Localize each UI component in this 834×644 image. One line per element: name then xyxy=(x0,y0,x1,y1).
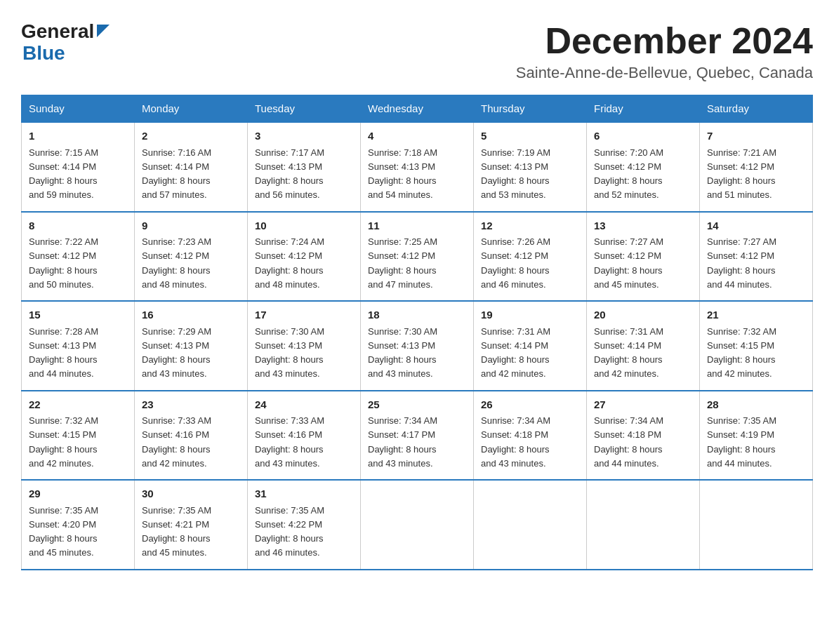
day-number: 18 xyxy=(368,307,466,323)
day-info: Sunrise: 7:19 AMSunset: 4:13 PMDaylight:… xyxy=(481,147,550,201)
day-number: 7 xyxy=(707,128,805,145)
title-section: December 2024 Sainte-Anne-de-Bellevue, Q… xyxy=(516,21,813,82)
calendar-cell: 3 Sunrise: 7:17 AMSunset: 4:13 PMDayligh… xyxy=(248,122,361,212)
location-title: Sainte-Anne-de-Bellevue, Quebec, Canada xyxy=(516,64,813,82)
day-info: Sunrise: 7:22 AMSunset: 4:12 PMDaylight:… xyxy=(29,236,98,290)
calendar-cell: 11 Sunrise: 7:25 AMSunset: 4:12 PMDaylig… xyxy=(361,212,474,302)
day-number: 8 xyxy=(29,218,127,234)
weekday-header-thursday: Thursday xyxy=(474,95,587,123)
day-number: 1 xyxy=(29,128,127,145)
calendar-cell: 16 Sunrise: 7:29 AMSunset: 4:13 PMDaylig… xyxy=(135,301,248,391)
logo: General Blue xyxy=(21,21,110,65)
week-row-2: 8 Sunrise: 7:22 AMSunset: 4:12 PMDayligh… xyxy=(22,212,813,302)
page-header: General Blue December 2024 Sainte-Anne-d… xyxy=(21,21,813,82)
calendar-cell: 25 Sunrise: 7:34 AMSunset: 4:17 PMDaylig… xyxy=(361,391,474,481)
day-number: 4 xyxy=(368,128,466,145)
calendar-cell: 9 Sunrise: 7:23 AMSunset: 4:12 PMDayligh… xyxy=(135,212,248,302)
calendar-cell: 26 Sunrise: 7:34 AMSunset: 4:18 PMDaylig… xyxy=(474,391,587,481)
day-info: Sunrise: 7:31 AMSunset: 4:14 PMDaylight:… xyxy=(594,326,663,380)
calendar-cell: 7 Sunrise: 7:21 AMSunset: 4:12 PMDayligh… xyxy=(700,122,813,212)
day-number: 3 xyxy=(255,128,353,145)
calendar-cell: 22 Sunrise: 7:32 AMSunset: 4:15 PMDaylig… xyxy=(22,391,135,481)
day-number: 17 xyxy=(255,307,353,323)
week-row-4: 22 Sunrise: 7:32 AMSunset: 4:15 PMDaylig… xyxy=(22,391,813,481)
calendar-cell: 27 Sunrise: 7:34 AMSunset: 4:18 PMDaylig… xyxy=(587,391,700,481)
calendar-cell: 24 Sunrise: 7:33 AMSunset: 4:16 PMDaylig… xyxy=(248,391,361,481)
day-number: 16 xyxy=(142,307,240,323)
week-row-3: 15 Sunrise: 7:28 AMSunset: 4:13 PMDaylig… xyxy=(22,301,813,391)
calendar-cell: 17 Sunrise: 7:30 AMSunset: 4:13 PMDaylig… xyxy=(248,301,361,391)
day-info: Sunrise: 7:27 AMSunset: 4:12 PMDaylight:… xyxy=(594,236,663,290)
calendar-cell: 10 Sunrise: 7:24 AMSunset: 4:12 PMDaylig… xyxy=(248,212,361,302)
day-number: 29 xyxy=(29,486,127,502)
day-info: Sunrise: 7:32 AMSunset: 4:15 PMDaylight:… xyxy=(29,415,98,469)
week-row-1: 1 Sunrise: 7:15 AMSunset: 4:14 PMDayligh… xyxy=(22,122,813,212)
day-number: 9 xyxy=(142,218,240,234)
day-number: 31 xyxy=(255,486,353,502)
day-info: Sunrise: 7:27 AMSunset: 4:12 PMDaylight:… xyxy=(707,236,776,290)
calendar-cell: 20 Sunrise: 7:31 AMSunset: 4:14 PMDaylig… xyxy=(587,301,700,391)
day-info: Sunrise: 7:33 AMSunset: 4:16 PMDaylight:… xyxy=(142,415,211,469)
calendar-cell xyxy=(474,480,587,570)
day-info: Sunrise: 7:23 AMSunset: 4:12 PMDaylight:… xyxy=(142,236,211,290)
calendar-table: SundayMondayTuesdayWednesdayThursdayFrid… xyxy=(21,95,813,570)
calendar-cell: 14 Sunrise: 7:27 AMSunset: 4:12 PMDaylig… xyxy=(700,212,813,302)
calendar-cell xyxy=(587,480,700,570)
calendar-cell: 2 Sunrise: 7:16 AMSunset: 4:14 PMDayligh… xyxy=(135,122,248,212)
calendar-cell: 29 Sunrise: 7:35 AMSunset: 4:20 PMDaylig… xyxy=(22,480,135,570)
day-number: 30 xyxy=(142,486,240,502)
logo-blue-text: Blue xyxy=(22,43,110,65)
day-number: 28 xyxy=(707,397,805,413)
calendar-cell: 15 Sunrise: 7:28 AMSunset: 4:13 PMDaylig… xyxy=(22,301,135,391)
calendar-cell: 28 Sunrise: 7:35 AMSunset: 4:19 PMDaylig… xyxy=(700,391,813,481)
calendar-cell: 8 Sunrise: 7:22 AMSunset: 4:12 PMDayligh… xyxy=(22,212,135,302)
weekday-header-row: SundayMondayTuesdayWednesdayThursdayFrid… xyxy=(22,95,813,123)
day-info: Sunrise: 7:26 AMSunset: 4:12 PMDaylight:… xyxy=(481,236,550,290)
day-number: 2 xyxy=(142,128,240,145)
day-info: Sunrise: 7:35 AMSunset: 4:20 PMDaylight:… xyxy=(29,505,98,558)
calendar-cell: 23 Sunrise: 7:33 AMSunset: 4:16 PMDaylig… xyxy=(135,391,248,481)
calendar-cell: 21 Sunrise: 7:32 AMSunset: 4:15 PMDaylig… xyxy=(700,301,813,391)
calendar-cell: 6 Sunrise: 7:20 AMSunset: 4:12 PMDayligh… xyxy=(587,122,700,212)
day-info: Sunrise: 7:34 AMSunset: 4:17 PMDaylight:… xyxy=(368,415,437,469)
day-info: Sunrise: 7:20 AMSunset: 4:12 PMDaylight:… xyxy=(594,147,663,201)
day-number: 27 xyxy=(594,397,692,413)
calendar-cell: 1 Sunrise: 7:15 AMSunset: 4:14 PMDayligh… xyxy=(22,122,135,212)
day-number: 6 xyxy=(594,128,692,145)
day-number: 24 xyxy=(255,397,353,413)
day-info: Sunrise: 7:32 AMSunset: 4:15 PMDaylight:… xyxy=(707,326,776,380)
day-info: Sunrise: 7:18 AMSunset: 4:13 PMDaylight:… xyxy=(368,147,437,201)
day-number: 10 xyxy=(255,218,353,234)
day-number: 11 xyxy=(368,218,466,234)
logo-general-text: General xyxy=(21,21,94,43)
day-number: 20 xyxy=(594,307,692,323)
calendar-cell: 13 Sunrise: 7:27 AMSunset: 4:12 PMDaylig… xyxy=(587,212,700,302)
logo-arrow-icon xyxy=(97,25,110,40)
calendar-cell xyxy=(361,480,474,570)
week-row-5: 29 Sunrise: 7:35 AMSunset: 4:20 PMDaylig… xyxy=(22,480,813,570)
day-number: 14 xyxy=(707,218,805,234)
calendar-cell xyxy=(700,480,813,570)
month-title: December 2024 xyxy=(516,21,813,61)
day-info: Sunrise: 7:17 AMSunset: 4:13 PMDaylight:… xyxy=(255,147,324,201)
day-info: Sunrise: 7:31 AMSunset: 4:14 PMDaylight:… xyxy=(481,326,550,380)
day-info: Sunrise: 7:30 AMSunset: 4:13 PMDaylight:… xyxy=(255,326,324,380)
day-info: Sunrise: 7:16 AMSunset: 4:14 PMDaylight:… xyxy=(142,147,211,201)
day-info: Sunrise: 7:29 AMSunset: 4:13 PMDaylight:… xyxy=(142,326,211,380)
day-number: 5 xyxy=(481,128,579,145)
calendar-cell: 19 Sunrise: 7:31 AMSunset: 4:14 PMDaylig… xyxy=(474,301,587,391)
day-number: 12 xyxy=(481,218,579,234)
day-info: Sunrise: 7:15 AMSunset: 4:14 PMDaylight:… xyxy=(29,147,98,201)
weekday-header-sunday: Sunday xyxy=(22,95,135,123)
day-number: 23 xyxy=(142,397,240,413)
day-number: 13 xyxy=(594,218,692,234)
day-number: 22 xyxy=(29,397,127,413)
day-info: Sunrise: 7:21 AMSunset: 4:12 PMDaylight:… xyxy=(707,147,776,201)
day-number: 15 xyxy=(29,307,127,323)
calendar-cell: 12 Sunrise: 7:26 AMSunset: 4:12 PMDaylig… xyxy=(474,212,587,302)
calendar-cell: 5 Sunrise: 7:19 AMSunset: 4:13 PMDayligh… xyxy=(474,122,587,212)
weekday-header-saturday: Saturday xyxy=(700,95,813,123)
day-number: 19 xyxy=(481,307,579,323)
calendar-cell: 31 Sunrise: 7:35 AMSunset: 4:22 PMDaylig… xyxy=(248,480,361,570)
day-info: Sunrise: 7:35 AMSunset: 4:19 PMDaylight:… xyxy=(707,415,776,469)
